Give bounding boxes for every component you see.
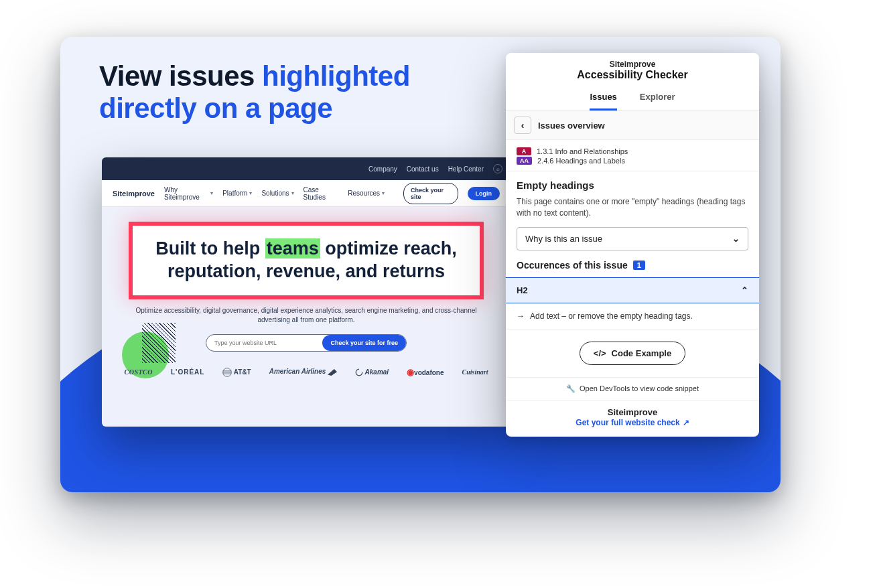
- panel-title: Accessibility Checker: [506, 69, 759, 81]
- overview-label: Issues overview: [538, 121, 605, 131]
- nav-logo[interactable]: Siteimprove: [113, 190, 155, 198]
- chevron-down-icon: ▾: [382, 190, 385, 196]
- fix-suggestion-row: → Add text – or remove the empty heading…: [506, 303, 759, 329]
- issue-description: This page contains one or more "empty" h…: [506, 194, 759, 227]
- logo-loreal: L'ORÉAL: [171, 369, 205, 376]
- url-input[interactable]: [206, 335, 322, 351]
- chevron-down-icon: ⌄: [732, 234, 740, 244]
- tab-explorer[interactable]: Explorer: [640, 86, 675, 111]
- arrow-right-icon: →: [517, 311, 525, 321]
- occurrences-row: Occurences of this issue 1: [506, 260, 759, 277]
- back-button[interactable]: ‹: [514, 117, 531, 134]
- hero-subtext: Optimize accessibility, digital governan…: [135, 306, 477, 325]
- wcag-text: 1.3.1 Info and Relationships: [537, 147, 628, 155]
- panel-brand: Siteimprove: [506, 60, 759, 69]
- nav-item-why[interactable]: Why Siteimprove▾: [164, 186, 213, 201]
- check-free-button[interactable]: Check your site for free: [322, 335, 406, 351]
- chevron-down-icon: ▾: [249, 190, 252, 196]
- headline-part1: View issues: [99, 60, 262, 92]
- chevron-up-icon: ⌃: [741, 285, 748, 295]
- check-site-button[interactable]: Check your site: [403, 183, 458, 204]
- nav-item-solutions[interactable]: Solutions▾: [261, 190, 293, 197]
- panel-footer: Siteimprove Get your full website check …: [506, 400, 759, 437]
- topbar-company[interactable]: Company: [368, 165, 397, 173]
- logo-att: AT&T: [222, 368, 251, 377]
- chevron-left-icon: ‹: [521, 120, 525, 131]
- occurrence-count-badge: 1: [633, 261, 645, 270]
- logo-akamai: Akamai: [355, 368, 389, 376]
- login-button[interactable]: Login: [468, 187, 500, 200]
- footer-brand: Siteimprove: [506, 407, 759, 417]
- external-link-icon: ↗: [683, 418, 689, 427]
- headline: View issues highlighted directly on a pa…: [99, 60, 501, 125]
- search-icon[interactable]: ⌕: [493, 164, 502, 173]
- wcag-text: 2.4.6 Headings and Labels: [537, 157, 625, 165]
- code-icon: </>: [594, 348, 606, 358]
- chevron-down-icon: ▾: [291, 190, 294, 196]
- topbar-contact[interactable]: Contact us: [407, 165, 439, 173]
- nav-item-resources[interactable]: Resources▾: [348, 190, 385, 197]
- logo-vodafone: ◉vodafone: [407, 368, 444, 376]
- tab-issues[interactable]: Issues: [590, 86, 616, 111]
- a-badge: A: [517, 147, 531, 155]
- topbar-help[interactable]: Help Center: [448, 165, 484, 173]
- chevron-down-icon: ▾: [210, 190, 213, 196]
- client-logo-row: COSTCO L'ORÉAL AT&T American Airlines Ak…: [102, 352, 511, 377]
- why-issue-dropdown[interactable]: Why is this an issue ⌄: [517, 227, 748, 250]
- element-h2-row[interactable]: H2 ⌃: [506, 277, 759, 303]
- hero-heading: Built to help teams optimize reach, repu…: [146, 238, 466, 283]
- hero-highlighted-word: teams: [265, 238, 320, 259]
- code-example-label: Code Example: [612, 348, 672, 358]
- accessibility-panel: Siteimprove Accessibility Checker Issues…: [506, 53, 759, 437]
- wcag-row-aa[interactable]: AA 2.4.6 Headings and Labels: [517, 156, 748, 165]
- issue-title: Empty headings: [506, 171, 759, 194]
- wcag-list: A 1.3.1 Info and Relationships AA 2.4.6 …: [506, 140, 759, 171]
- element-label: H2: [517, 285, 528, 295]
- nav-item-platform[interactable]: Platform▾: [222, 190, 252, 197]
- code-example-button[interactable]: </> Code Example: [580, 342, 685, 365]
- feature-card: View issues highlighted directly on a pa…: [60, 37, 781, 492]
- browser-mock: Company Contact us Help Center ⌕ Siteimp…: [102, 157, 511, 427]
- full-check-link[interactable]: Get your full website check ↗: [576, 418, 689, 427]
- occurrences-label: Occurences of this issue: [517, 260, 628, 271]
- fix-text: Add text – or remove the empty heading t…: [530, 311, 693, 321]
- logo-cuisinart: Cuisinart: [462, 369, 488, 376]
- panel-header: Siteimprove Accessibility Checker: [506, 53, 759, 86]
- devtools-hint: 🔧 Open DevTools to view code snippet: [506, 377, 759, 400]
- aa-badge: AA: [517, 157, 532, 165]
- browser-nav: Siteimprove Why Siteimprove▾ Platform▾ S…: [102, 180, 511, 207]
- panel-tabs: Issues Explorer: [506, 86, 759, 111]
- logo-costco: COSTCO: [124, 369, 152, 376]
- why-label: Why is this an issue: [525, 234, 602, 244]
- nav-item-cases[interactable]: Case Studies: [303, 186, 339, 201]
- wrench-icon: 🔧: [566, 384, 576, 393]
- overview-row: ‹ Issues overview: [506, 111, 759, 140]
- devtools-text: Open DevTools to view code snippet: [580, 384, 699, 392]
- logo-aa: American Airlines: [269, 368, 337, 375]
- url-form: Check your site for free: [206, 334, 407, 352]
- browser-topbar: Company Contact us Help Center ⌕: [102, 157, 511, 180]
- wcag-row-a[interactable]: A 1.3.1 Info and Relationships: [517, 147, 748, 156]
- hero-highlight-box: Built to help teams optimize reach, repu…: [129, 222, 484, 299]
